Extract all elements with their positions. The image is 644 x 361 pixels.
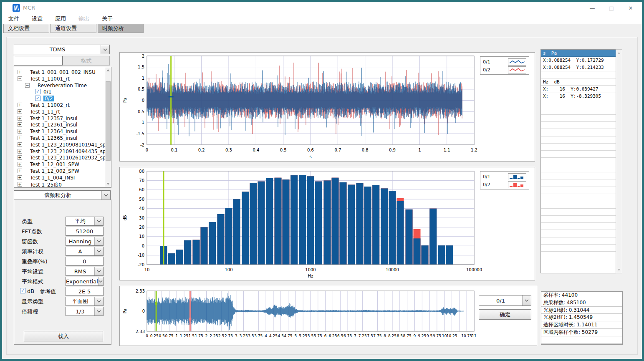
expand-icon[interactable]: + <box>18 155 22 160</box>
chevron-down-icon[interactable] <box>101 45 109 54</box>
tree-item[interactable]: ✓0/1 <box>14 88 104 95</box>
expand-icon[interactable]: + <box>18 122 22 127</box>
format-button[interactable]: 格式 <box>63 56 110 66</box>
tree-item[interactable]: +Test 1_12_002_SPW <box>14 168 104 174</box>
readout-row[interactable] <box>541 216 616 223</box>
readout-row[interactable]: X: 16 Y:-8.329305 <box>541 93 616 100</box>
filter-input[interactable] <box>14 56 63 66</box>
readout-row[interactable] <box>541 230 616 237</box>
chevron-down-icon[interactable] <box>94 217 103 225</box>
readout-row[interactable] <box>541 151 616 158</box>
tree-item[interactable]: +Test 1_123_211026102932_spw <box>14 154 104 161</box>
chevron-down-icon[interactable] <box>94 297 103 305</box>
menu-item-1[interactable]: 设置 <box>25 14 49 24</box>
full-record-chart[interactable]: 2.330-2.3300.250.50.7511.251.51.7522.252… <box>119 286 537 346</box>
expand-icon[interactable]: + <box>18 149 22 154</box>
tab-2[interactable]: 时频分析 <box>98 24 144 33</box>
form-input-7[interactable]: 2E-5 <box>66 287 104 296</box>
readout-row[interactable] <box>541 71 616 78</box>
readout-row[interactable] <box>541 165 616 172</box>
tree-item[interactable]: ✓0/2 <box>14 95 104 102</box>
expand-icon[interactable]: + <box>18 142 22 147</box>
readout-row[interactable]: X:0.088254 Y:0.172729 <box>541 57 616 64</box>
scroll-up-icon[interactable] <box>105 67 111 73</box>
expand-icon[interactable]: + <box>18 70 22 74</box>
expand-icon[interactable]: + <box>18 116 22 121</box>
scroll-down-icon[interactable] <box>105 181 111 187</box>
readout-row[interactable] <box>541 115 616 122</box>
chevron-down-icon[interactable] <box>522 295 531 305</box>
tree-item[interactable]: +Test 1_12364_insul <box>14 128 104 135</box>
readout-row[interactable] <box>541 201 616 208</box>
tree-item[interactable]: +Test 1_11_rt <box>14 109 104 115</box>
readout-row[interactable] <box>541 100 616 107</box>
tree-item[interactable]: +Test 1_12361_insul <box>14 121 104 128</box>
db-checkbox-checked[interactable]: ✓ <box>20 288 25 293</box>
collapse-icon[interactable]: − <box>25 83 30 88</box>
tree-item[interactable]: +Test 1_123_210914094435_spw <box>14 148 104 155</box>
tree-scrollbar[interactable] <box>105 67 111 187</box>
form-select-5[interactable]: RMS <box>66 267 104 276</box>
analysis-type-select[interactable]: 倍频程分析 <box>14 190 111 200</box>
readout-scrollbar[interactable] <box>616 49 622 273</box>
readout-header[interactable]: s Pa <box>541 50 616 57</box>
expand-icon[interactable]: + <box>18 136 22 140</box>
form-input-4[interactable]: 0 <box>66 257 104 266</box>
readout-row[interactable] <box>541 259 616 266</box>
expand-icon[interactable]: + <box>18 175 22 180</box>
octave-spectrum-chart[interactable]: 80706050403020100-10-2010100100010000100… <box>119 167 535 280</box>
menu-item-3[interactable]: 输出 <box>72 14 96 24</box>
readout-row[interactable] <box>541 144 616 151</box>
file-tree[interactable]: +Test 1_001_001_002_INSU−Test 1_11001_rt… <box>14 67 111 188</box>
tree-item[interactable]: +Test 1_12365_insul <box>14 135 104 141</box>
readout-row[interactable] <box>541 266 616 273</box>
tree-item[interactable]: +Test 1_12_001_SPW <box>14 161 104 168</box>
load-button[interactable]: 载入 <box>24 331 103 341</box>
cursor-readout-list[interactable]: s PaX:0.088254 Y:0.172729X:0.088254 Y:0.… <box>540 49 616 273</box>
menu-item-2[interactable]: 应用 <box>49 14 72 24</box>
expand-icon[interactable]: + <box>18 182 22 187</box>
tree-item[interactable]: +Test 1_001_001_002_INSU <box>14 69 104 76</box>
expand-icon[interactable]: + <box>18 103 22 107</box>
expand-icon[interactable]: + <box>18 162 22 167</box>
tree-item[interactable]: −Reverberation Time <box>14 82 104 89</box>
maximize-button[interactable]: □ <box>602 2 621 14</box>
tree-item[interactable]: +Test 1_25度0 <box>14 181 104 188</box>
readout-row[interactable]: X: 16 Y:0.039427 <box>541 86 616 93</box>
collapse-icon[interactable]: − <box>18 76 22 81</box>
tab-0[interactable]: 文档设置 <box>3 24 49 33</box>
readout-row[interactable] <box>541 158 616 165</box>
readout-row[interactable] <box>541 209 616 216</box>
menu-item-4[interactable]: 关于 <box>96 14 119 24</box>
form-select-6[interactable]: Exponential <box>66 277 104 286</box>
readout-row[interactable] <box>541 245 616 252</box>
expand-icon[interactable]: + <box>18 169 22 173</box>
checkbox-checked[interactable]: ✓ <box>35 96 40 101</box>
readout-row[interactable] <box>541 252 616 259</box>
readout-row[interactable] <box>541 187 616 194</box>
readout-row[interactable] <box>541 179 616 187</box>
scroll-up-icon[interactable] <box>616 50 622 56</box>
readout-row[interactable] <box>541 129 616 136</box>
tree-item[interactable]: +Test 1_12357_insul <box>14 115 104 122</box>
time-waveform-chart[interactable]: 21.510.50-0.5-1-1.5-200.10.20.30.40.50.6… <box>119 52 535 162</box>
readout-row[interactable] <box>541 237 616 245</box>
form-select-3[interactable]: A <box>66 247 104 256</box>
readout-row[interactable] <box>541 136 616 144</box>
tree-scrollbar-thumb[interactable] <box>106 81 111 161</box>
form-input-1[interactable]: 51200 <box>66 227 104 236</box>
readout-row[interactable] <box>541 172 616 179</box>
menu-item-0[interactable]: 文件 <box>2 14 25 24</box>
chevron-down-icon[interactable] <box>101 191 110 199</box>
channel-select[interactable]: 0/1 <box>479 295 531 306</box>
expand-icon[interactable]: + <box>18 109 22 114</box>
readout-row[interactable] <box>541 107 616 114</box>
readout-row[interactable]: Hz dB <box>541 78 616 86</box>
tree-item[interactable]: +Test 1_123_210908101941_spw <box>14 141 104 148</box>
close-button[interactable]: ✕ <box>621 2 640 14</box>
readout-row[interactable] <box>541 194 616 201</box>
minimize-button[interactable]: — <box>583 2 602 14</box>
tree-item[interactable]: +Test 1_1_004_INSI <box>14 174 104 181</box>
file-format-select[interactable]: TDMS <box>14 45 110 54</box>
readout-row[interactable] <box>541 223 616 230</box>
